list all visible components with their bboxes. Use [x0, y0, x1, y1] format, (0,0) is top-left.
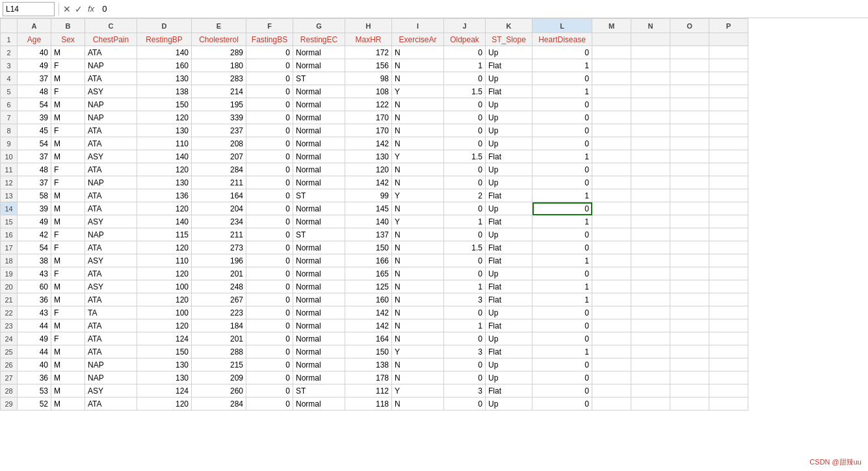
cell-J1[interactable]: Oldpeak	[444, 33, 486, 46]
cell-N26[interactable]	[631, 358, 670, 371]
cell-J16[interactable]: 0	[444, 228, 486, 241]
col-E[interactable]: E	[192, 19, 246, 33]
cell-D26[interactable]: 130	[137, 358, 192, 371]
cell-C4[interactable]: ATA	[85, 72, 137, 85]
cell-I10[interactable]: Y	[392, 150, 444, 163]
cell-E25[interactable]: 288	[192, 345, 246, 358]
cell-O27[interactable]	[670, 371, 709, 384]
cell-A13[interactable]: 58	[18, 189, 51, 202]
cell-P7[interactable]	[709, 111, 748, 124]
cell-H1[interactable]: MaxHR	[345, 33, 392, 46]
cell-I24[interactable]: N	[392, 332, 444, 345]
cell-E24[interactable]: 201	[192, 332, 246, 345]
cell-F5[interactable]: 0	[246, 85, 293, 98]
cell-J11[interactable]: 0	[444, 163, 486, 176]
cell-J18[interactable]: 0	[444, 254, 486, 267]
cell-D6[interactable]: 150	[137, 98, 192, 111]
cell-L28[interactable]: 0	[533, 384, 592, 397]
cell-J4[interactable]: 0	[444, 72, 486, 85]
cell-P8[interactable]	[709, 124, 748, 137]
cell-M10[interactable]	[592, 150, 631, 163]
cell-N11[interactable]	[631, 163, 670, 176]
cell-N18[interactable]	[631, 254, 670, 267]
cell-M15[interactable]	[592, 215, 631, 228]
cell-K7[interactable]: Up	[486, 111, 533, 124]
cell-B18[interactable]: M	[51, 254, 85, 267]
cell-H11[interactable]: 120	[345, 163, 392, 176]
cell-G4[interactable]: ST	[293, 72, 345, 85]
cell-I23[interactable]: N	[392, 319, 444, 332]
cell-F22[interactable]: 0	[246, 306, 293, 319]
cell-I1[interactable]: ExerciseAr	[392, 33, 444, 46]
cell-B29[interactable]: M	[51, 397, 85, 410]
cell-B20[interactable]: M	[51, 280, 85, 293]
cell-D23[interactable]: 120	[137, 319, 192, 332]
cell-L13[interactable]: 1	[533, 189, 592, 202]
cell-O21[interactable]	[670, 293, 709, 306]
cell-N27[interactable]	[631, 371, 670, 384]
cell-A8[interactable]: 45	[18, 124, 51, 137]
cell-J23[interactable]: 1	[444, 319, 486, 332]
cell-D9[interactable]: 110	[137, 137, 192, 150]
cell-H4[interactable]: 98	[345, 72, 392, 85]
cell-G10[interactable]: Normal	[293, 150, 345, 163]
cell-K24[interactable]: Up	[486, 332, 533, 345]
col-C[interactable]: C	[85, 19, 137, 33]
col-G[interactable]: G	[293, 19, 345, 33]
cell-D8[interactable]: 130	[137, 124, 192, 137]
cell-B27[interactable]: M	[51, 371, 85, 384]
cell-N6[interactable]	[631, 98, 670, 111]
cell-E12[interactable]: 211	[192, 176, 246, 189]
cell-K20[interactable]: Flat	[486, 280, 533, 293]
cell-A11[interactable]: 48	[18, 163, 51, 176]
cell-F29[interactable]: 0	[246, 397, 293, 410]
cell-P23[interactable]	[709, 319, 748, 332]
cell-C9[interactable]: ATA	[85, 137, 137, 150]
cell-C2[interactable]: ATA	[85, 46, 137, 59]
cell-K16[interactable]: Up	[486, 228, 533, 241]
cell-A16[interactable]: 42	[18, 228, 51, 241]
cell-P29[interactable]	[709, 397, 748, 410]
cell-A22[interactable]: 43	[18, 306, 51, 319]
spreadsheet-wrapper[interactable]: A B C D E F G H I J K L M N O P	[0, 18, 868, 471]
cell-I22[interactable]: N	[392, 306, 444, 319]
cell-L2[interactable]: 0	[533, 46, 592, 59]
cell-F11[interactable]: 0	[246, 163, 293, 176]
cell-C18[interactable]: ASY	[85, 254, 137, 267]
cell-G26[interactable]: Normal	[293, 358, 345, 371]
cell-H22[interactable]: 142	[345, 306, 392, 319]
cell-M17[interactable]	[592, 241, 631, 254]
cell-D19[interactable]: 120	[137, 267, 192, 280]
cell-L16[interactable]: 0	[533, 228, 592, 241]
cell-N23[interactable]	[631, 319, 670, 332]
cell-K1[interactable]: ST_Slope	[486, 33, 533, 46]
cell-M2[interactable]	[592, 46, 631, 59]
cell-A25[interactable]: 44	[18, 345, 51, 358]
cell-F26[interactable]: 0	[246, 358, 293, 371]
cell-E15[interactable]: 234	[192, 215, 246, 228]
cell-N9[interactable]	[631, 137, 670, 150]
cell-F2[interactable]: 0	[246, 46, 293, 59]
cell-L14[interactable]: 0	[533, 202, 592, 215]
cell-K5[interactable]: Flat	[486, 85, 533, 98]
cell-D27[interactable]: 130	[137, 371, 192, 384]
cell-C24[interactable]: ATA	[85, 332, 137, 345]
cell-I17[interactable]: N	[392, 241, 444, 254]
cell-L8[interactable]: 0	[533, 124, 592, 137]
cell-L12[interactable]: 0	[533, 176, 592, 189]
cell-A12[interactable]: 37	[18, 176, 51, 189]
cell-I12[interactable]: N	[392, 176, 444, 189]
col-L[interactable]: L	[533, 19, 592, 33]
cell-H28[interactable]: 112	[345, 384, 392, 397]
cell-G6[interactable]: Normal	[293, 98, 345, 111]
cell-K17[interactable]: Flat	[486, 241, 533, 254]
cell-D5[interactable]: 138	[137, 85, 192, 98]
cell-J2[interactable]: 0	[444, 46, 486, 59]
cell-O9[interactable]	[670, 137, 709, 150]
cell-J20[interactable]: 1	[444, 280, 486, 293]
cell-O5[interactable]	[670, 85, 709, 98]
cell-P6[interactable]	[709, 98, 748, 111]
cell-N28[interactable]	[631, 384, 670, 397]
cell-M5[interactable]	[592, 85, 631, 98]
cell-G9[interactable]: Normal	[293, 137, 345, 150]
